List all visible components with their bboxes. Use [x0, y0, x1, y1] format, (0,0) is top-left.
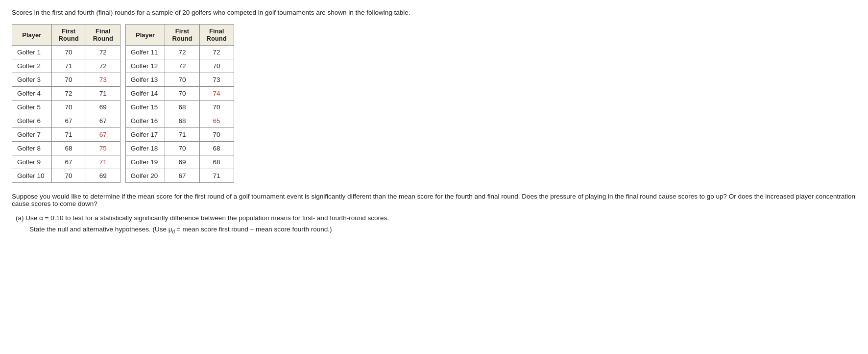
final-round-score: 75	[86, 142, 120, 155]
question-block-a: (a) Use α = 0.10 to test for a statistic…	[12, 214, 856, 234]
final-round-score: 67	[86, 114, 120, 128]
player-name: Golfer 14	[125, 87, 165, 101]
player-name: Golfer 15	[125, 101, 165, 114]
table-row: Golfer 16 68 65	[125, 114, 234, 128]
col-header-player-1: Player	[12, 25, 52, 46]
first-round-score: 68	[165, 114, 199, 128]
final-round-score: 73	[199, 73, 234, 87]
table-row: Golfer 3 70 73	[12, 73, 121, 87]
first-round-score: 67	[51, 155, 86, 169]
final-round-score: 67	[86, 128, 120, 142]
final-round-score: 65	[199, 114, 234, 128]
final-round-score: 73	[86, 73, 120, 87]
final-round-score: 69	[86, 101, 120, 114]
first-round-score: 70	[51, 101, 86, 114]
table-row: Golfer 19 69 68	[125, 155, 234, 169]
table-row: Golfer 10 70 69	[12, 169, 121, 183]
first-round-score: 72	[165, 46, 199, 59]
tables-wrapper: Player FirstRound FinalRound Golfer 1 70…	[12, 24, 856, 183]
player-name: Golfer 16	[125, 114, 165, 128]
first-round-score: 70	[51, 169, 86, 183]
player-name: Golfer 12	[125, 59, 165, 73]
final-round-score: 71	[86, 155, 120, 169]
question-a-label: (a) Use α = 0.10 to test for a statistic…	[16, 214, 856, 222]
final-round-score: 70	[199, 59, 234, 73]
first-round-score: 71	[51, 128, 86, 142]
table-row: Golfer 12 72 70	[125, 59, 234, 73]
player-name: Golfer 11	[125, 46, 165, 59]
final-round-score: 69	[86, 169, 120, 183]
final-round-score: 74	[199, 87, 234, 101]
player-name: Golfer 6	[12, 114, 52, 128]
col-header-final-1: FinalRound	[86, 25, 120, 46]
player-name: Golfer 7	[12, 128, 52, 142]
final-round-score: 70	[199, 128, 234, 142]
player-name: Golfer 19	[125, 155, 165, 169]
paragraph-text: Suppose you would like to determine if t…	[12, 193, 856, 207]
first-round-score: 71	[165, 128, 199, 142]
final-round-score: 68	[199, 142, 234, 155]
col-header-first-2: FirstRound	[165, 25, 199, 46]
player-name: Golfer 17	[125, 128, 165, 142]
question-a-subtext: State the null and alternative hypothese…	[29, 226, 856, 234]
final-round-score: 72	[86, 46, 120, 59]
player-name: Golfer 5	[12, 101, 52, 114]
table-row: Golfer 15 68 70	[125, 101, 234, 114]
player-name: Golfer 8	[12, 142, 52, 155]
first-round-score: 71	[51, 59, 86, 73]
table-row: Golfer 9 67 71	[12, 155, 121, 169]
first-round-score: 70	[165, 87, 199, 101]
table-row: Golfer 11 72 72	[125, 46, 234, 59]
final-round-score: 68	[199, 155, 234, 169]
golfer-table-2: Player FirstRound FinalRound Golfer 11 7…	[125, 24, 234, 183]
first-round-score: 72	[51, 87, 86, 101]
first-round-score: 67	[51, 114, 86, 128]
final-round-score: 71	[86, 87, 120, 101]
table-row: Golfer 2 71 72	[12, 59, 121, 73]
player-name: Golfer 3	[12, 73, 52, 87]
first-round-score: 70	[165, 142, 199, 155]
golfer-table-1: Player FirstRound FinalRound Golfer 1 70…	[12, 24, 121, 183]
player-name: Golfer 4	[12, 87, 52, 101]
first-round-score: 69	[165, 155, 199, 169]
first-round-score: 72	[165, 59, 199, 73]
final-round-score: 72	[199, 46, 234, 59]
table-row: Golfer 8 68 75	[12, 142, 121, 155]
table-row: Golfer 1 70 72	[12, 46, 121, 59]
player-name: Golfer 2	[12, 59, 52, 73]
table-row: Golfer 7 71 67	[12, 128, 121, 142]
final-round-score: 71	[199, 169, 234, 183]
player-name: Golfer 20	[125, 169, 165, 183]
table-row: Golfer 20 67 71	[125, 169, 234, 183]
final-round-score: 70	[199, 101, 234, 114]
col-header-player-2: Player	[125, 25, 165, 46]
player-name: Golfer 10	[12, 169, 52, 183]
table-row: Golfer 13 70 73	[125, 73, 234, 87]
table-row: Golfer 17 71 70	[125, 128, 234, 142]
table-row: Golfer 14 70 74	[125, 87, 234, 101]
col-header-final-2: FinalRound	[199, 25, 234, 46]
first-round-score: 70	[51, 73, 86, 87]
final-round-score: 72	[86, 59, 120, 73]
intro-text: Scores in the first and fourth (final) r…	[12, 9, 502, 16]
first-round-score: 68	[165, 101, 199, 114]
player-name: Golfer 13	[125, 73, 165, 87]
player-name: Golfer 9	[12, 155, 52, 169]
table-row: Golfer 6 67 67	[12, 114, 121, 128]
col-header-first-1: FirstRound	[51, 25, 86, 46]
table-row: Golfer 5 70 69	[12, 101, 121, 114]
table-row: Golfer 18 70 68	[125, 142, 234, 155]
first-round-score: 70	[51, 46, 86, 59]
player-name: Golfer 1	[12, 46, 52, 59]
first-round-score: 70	[165, 73, 199, 87]
first-round-score: 68	[51, 142, 86, 155]
table-row: Golfer 4 72 71	[12, 87, 121, 101]
player-name: Golfer 18	[125, 142, 165, 155]
first-round-score: 67	[165, 169, 199, 183]
